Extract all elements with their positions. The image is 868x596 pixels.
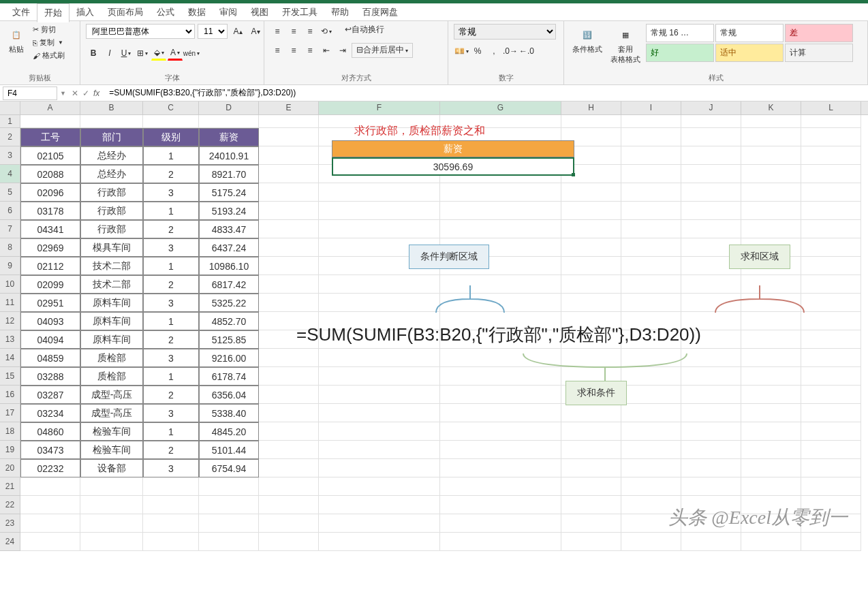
comma-button[interactable]: , xyxy=(486,44,501,59)
fill-color-button[interactable]: ⬙▾ xyxy=(151,46,166,61)
summary-value[interactable]: 30596.69 xyxy=(332,157,574,176)
font-label: 字体 xyxy=(86,72,258,83)
group-align: ≡ ≡ ≡ ⟲▾ ↩自动换行 ≡ ≡ ≡ ⇤ ⇥ ⊟合并后居中▾ 对齐方式 xyxy=(264,21,448,84)
col-A[interactable]: A xyxy=(20,101,80,114)
styles-label: 样式 xyxy=(570,72,862,83)
col-G[interactable]: G xyxy=(440,101,561,114)
font-name-select[interactable]: 阿里巴巴普惠体 xyxy=(86,24,195,39)
align-bottom-button[interactable]: ≡ xyxy=(303,24,317,39)
align-middle-button[interactable]: ≡ xyxy=(286,24,301,39)
col-J[interactable]: J xyxy=(681,101,741,114)
indent-dec-button[interactable]: ⇤ xyxy=(319,43,334,58)
number-label: 数字 xyxy=(454,72,558,83)
menu-dev[interactable]: 开发工具 xyxy=(275,3,324,21)
bold-button[interactable]: B xyxy=(86,46,101,61)
style-neutral[interactable]: 适中 xyxy=(715,44,784,62)
group-styles: 🔢条件格式 ▦套用 表格格式 常规 16 … 常规 差 好 适中 计算 样式 xyxy=(564,21,868,84)
percent-button[interactable]: % xyxy=(470,44,485,59)
underline-button[interactable]: U▾ xyxy=(119,46,134,61)
bracket-bottom xyxy=(516,347,694,388)
summary-title: 求行政部，质检部薪资之和 xyxy=(354,124,485,138)
annot-sum-range: 求和区域 xyxy=(729,245,790,269)
menu-review[interactable]: 审阅 xyxy=(213,3,244,21)
worksheet: A B C D E F G H I J K L 12工号部门级别薪资302105… xyxy=(0,101,868,551)
style-normal[interactable]: 常规 xyxy=(715,24,784,42)
table-format-button[interactable]: ▦套用 表格格式 xyxy=(608,24,643,67)
table-icon: ▦ xyxy=(617,27,634,43)
align-left-button[interactable]: ≡ xyxy=(270,43,285,58)
italic-button[interactable]: I xyxy=(102,46,117,61)
summary-header: 薪资 xyxy=(332,140,574,157)
format-painter-button[interactable]: 🖌格式刷 xyxy=(30,50,67,61)
menu-insert[interactable]: 插入 xyxy=(69,3,101,21)
select-all-corner[interactable] xyxy=(0,101,20,114)
copy-icon: ⎘ xyxy=(33,39,37,47)
menu-help[interactable]: 帮助 xyxy=(324,3,356,21)
group-font: 阿里巴巴普惠体 11 A▴ A▾ B I U▾ ⊞▾ ⬙▾ A▾ wén▾ 字体 xyxy=(80,21,264,84)
paste-icon: 📋 xyxy=(8,27,25,43)
paste-label: 粘贴 xyxy=(9,44,24,54)
col-B[interactable]: B xyxy=(80,101,143,114)
increase-decimal-button[interactable]: .0→ xyxy=(503,44,518,59)
style-good[interactable]: 好 xyxy=(646,44,714,62)
bracket-top-left xyxy=(429,279,511,319)
indent-inc-button[interactable]: ⇥ xyxy=(335,43,350,58)
formula-input[interactable] xyxy=(105,87,868,99)
wrap-icon: ↩ xyxy=(345,25,352,34)
decrease-font-button[interactable]: A▾ xyxy=(248,24,263,39)
style-normal16[interactable]: 常规 16 … xyxy=(646,24,714,42)
menu-data[interactable]: 数据 xyxy=(181,3,213,21)
enter-icon[interactable]: ✓ xyxy=(82,89,89,98)
merge-center-button[interactable]: ⊟合并后居中▾ xyxy=(352,43,413,58)
cut-button[interactable]: ✂剪切 xyxy=(30,24,67,35)
scissors-icon: ✂ xyxy=(33,25,39,34)
group-clipboard: 📋 粘贴 ✂剪切 ⎘复制▼ 🖌格式刷 剪贴板 xyxy=(0,21,80,84)
col-K[interactable]: K xyxy=(741,101,801,114)
col-L[interactable]: L xyxy=(801,101,861,114)
menu-home[interactable]: 开始 xyxy=(37,3,69,22)
cancel-icon[interactable]: ✕ xyxy=(72,89,78,98)
decrease-decimal-button[interactable]: ←.0 xyxy=(519,44,534,59)
paste-button[interactable]: 📋 粘贴 xyxy=(5,24,27,57)
formula-bar: ▼ ✕ ✓ fx xyxy=(0,85,868,101)
brush-icon: 🖌 xyxy=(33,52,40,60)
col-F[interactable]: F xyxy=(319,101,440,114)
fx-icon[interactable]: fx xyxy=(93,89,99,98)
style-bad[interactable]: 差 xyxy=(785,24,853,42)
style-calc[interactable]: 计算 xyxy=(785,44,853,62)
align-center-button[interactable]: ≡ xyxy=(286,43,301,58)
font-color-button[interactable]: A▾ xyxy=(168,46,183,61)
conditional-format-button[interactable]: 🔢条件格式 xyxy=(570,24,605,57)
formula-display: =SUM(SUMIF(B3:B20,{"行政部","质检部"},D3:D20)) xyxy=(296,323,701,347)
menu-baidu[interactable]: 百度网盘 xyxy=(356,3,405,21)
name-box[interactable] xyxy=(3,87,57,100)
bracket-top-right xyxy=(709,279,811,319)
increase-font-button[interactable]: A▴ xyxy=(230,24,245,39)
border-button[interactable]: ⊞▾ xyxy=(135,46,150,61)
align-top-button[interactable]: ≡ xyxy=(270,24,285,39)
orientation-button[interactable]: ⟲▾ xyxy=(319,24,334,39)
menu-file[interactable]: 文件 xyxy=(5,3,37,21)
annot-criteria-range: 条件判断区域 xyxy=(409,245,489,269)
col-E[interactable]: E xyxy=(259,101,319,114)
menubar: 文件 开始 插入 页面布局 公式 数据 审阅 视图 开发工具 帮助 百度网盘 xyxy=(0,3,868,21)
menu-view[interactable]: 视图 xyxy=(244,3,275,21)
merge-icon: ⊟ xyxy=(356,45,363,54)
menu-formula[interactable]: 公式 xyxy=(150,3,181,21)
copy-button[interactable]: ⎘复制▼ xyxy=(30,37,67,48)
watermark: 头条 @Excel从零到一 xyxy=(668,505,848,531)
col-I[interactable]: I xyxy=(621,101,681,114)
col-D[interactable]: D xyxy=(199,101,259,114)
menu-layout[interactable]: 页面布局 xyxy=(101,3,150,21)
phonetic-button[interactable]: wén▾ xyxy=(184,46,199,61)
currency-button[interactable]: 💴▾ xyxy=(454,44,469,59)
number-format-select[interactable]: 常规 xyxy=(454,24,556,40)
align-label: 对齐方式 xyxy=(270,72,442,83)
wrap-text-button[interactable]: ↩自动换行 xyxy=(345,24,384,39)
col-H[interactable]: H xyxy=(561,101,621,114)
font-size-select[interactable]: 11 xyxy=(198,24,228,39)
clipboard-label: 剪贴板 xyxy=(5,72,74,83)
col-C[interactable]: C xyxy=(143,101,199,114)
align-right-button[interactable]: ≡ xyxy=(303,43,317,58)
ribbon: 📋 粘贴 ✂剪切 ⎘复制▼ 🖌格式刷 剪贴板 阿里巴巴普惠体 11 A▴ A▾ … xyxy=(0,21,868,85)
